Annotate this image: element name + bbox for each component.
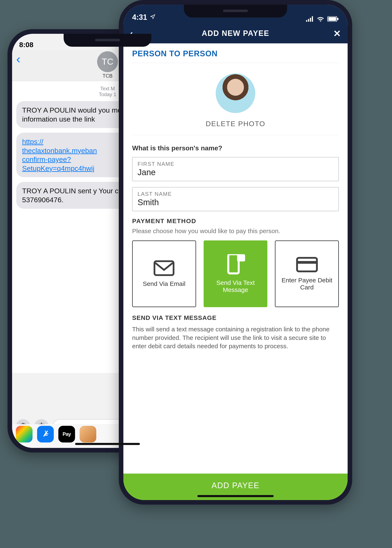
home-indicator[interactable] [197, 495, 274, 497]
back-button[interactable]: ‹ [16, 52, 21, 66]
first-name-value: Jane [138, 168, 333, 177]
svg-rect-9 [237, 254, 245, 262]
header-title: ADD NEW PAYEE [202, 29, 269, 38]
pm-option-debit[interactable]: Enter Payee Debit Card [275, 240, 339, 307]
payment-method-row: Send Via Email Send Via Text Message Ent… [132, 240, 339, 307]
svg-rect-2 [310, 18, 311, 22]
memoji-app-icon[interactable] [80, 426, 96, 442]
card-icon [296, 257, 318, 272]
svg-rect-1 [308, 19, 309, 22]
cellular-icon [306, 16, 314, 22]
pm-option-text[interactable]: Send Via Text Message [204, 240, 268, 307]
send-text-header: SEND VIA TEXT MESSAGE [132, 314, 339, 321]
first-name-field[interactable]: FIRST NAME Jane [132, 157, 339, 181]
last-name-field[interactable]: LAST NAME Smith [132, 187, 339, 211]
status-time: 8:08 [19, 41, 33, 49]
phone-front-screen: 4:31 ‹ ADD NEW PAYEE ✕ PERSON TO PERSON … [123, 5, 348, 500]
status-time: 4:31 [132, 13, 147, 21]
svg-rect-10 [297, 258, 317, 271]
send-text-desc: This will send a text message containing… [132, 325, 339, 350]
app-content[interactable]: PERSON TO PERSON DELETE PHOTO What is th… [123, 43, 348, 350]
phone-sms-icon [226, 254, 245, 275]
contact-initials: TC [102, 57, 113, 67]
pm-option-label: Send Via Email [143, 280, 185, 287]
section-title: PERSON TO PERSON [132, 49, 339, 63]
name-question: What is this person's name? [132, 144, 339, 152]
add-payee-label: ADD PAYEE [211, 481, 259, 490]
first-name-label: FIRST NAME [138, 161, 333, 167]
phone-front: 4:31 ‹ ADD NEW PAYEE ✕ PERSON TO PERSON … [119, 0, 352, 505]
pm-option-label: Enter Payee Debit Card [279, 277, 335, 291]
svg-rect-0 [306, 20, 307, 22]
pm-option-label: Send Via Text Message [208, 279, 263, 293]
payment-method-desc: Please choose how you would like to pay … [132, 228, 339, 235]
pm-option-email[interactable]: Send Via Email [132, 240, 196, 307]
appstore-app-icon[interactable] [37, 426, 54, 442]
svg-rect-7 [154, 261, 174, 275]
location-icon [150, 14, 155, 19]
last-name-label: LAST NAME [138, 191, 333, 197]
setup-link[interactable]: https:// theclaxtonbank.myeban confirm-p… [22, 138, 97, 172]
payment-method-header: PAYMENT METHOD [132, 218, 339, 225]
speaker [95, 39, 120, 41]
photo-section: DELETE PHOTO [132, 63, 339, 135]
appstore-glyph-icon [41, 430, 50, 439]
app-header: ‹ ADD NEW PAYEE ✕ [123, 23, 348, 43]
speaker [223, 10, 248, 12]
svg-rect-3 [312, 16, 313, 22]
svg-rect-5 [329, 17, 336, 21]
apple-pay-app-icon[interactable]: Pay [58, 426, 75, 442]
home-indicator[interactable] [75, 443, 140, 445]
envelope-icon [154, 260, 175, 276]
last-name-value: Smith [138, 198, 333, 207]
svg-rect-6 [337, 18, 338, 20]
wifi-icon [317, 16, 324, 22]
payee-avatar[interactable] [216, 73, 255, 113]
close-button[interactable]: ✕ [333, 28, 341, 39]
contact-avatar[interactable]: TC [97, 51, 118, 72]
battery-icon [327, 16, 339, 22]
photos-app-icon[interactable] [16, 426, 33, 442]
delete-photo-button[interactable]: DELETE PHOTO [132, 120, 339, 128]
